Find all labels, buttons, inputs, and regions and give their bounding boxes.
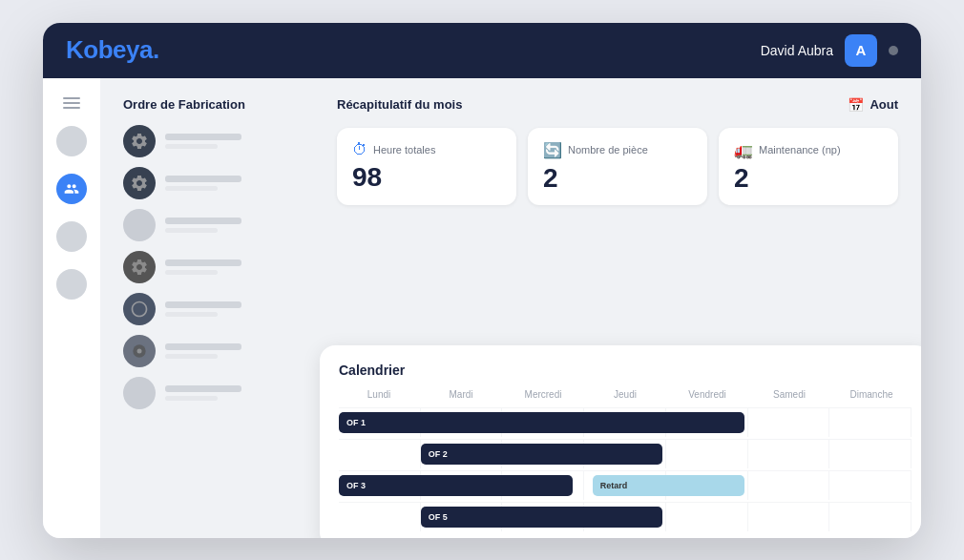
list-item[interactable] [123,125,314,157]
gantt-cell [666,440,748,468]
header-right: David Aubra A [761,34,898,67]
gantt-cell [339,503,421,531]
logo: Kobeya. [66,35,159,65]
of-thumb-4 [123,251,156,283]
list-item[interactable] [123,209,314,241]
of-thumb-1 [123,125,156,157]
list-item[interactable] [123,335,314,367]
heures-value: 98 [352,164,501,191]
svg-point-1 [137,348,142,353]
recap-title: Récapitulatif du mois [337,97,462,112]
gantt-cell [666,503,748,531]
main-content: Ordre de Fabrication [100,78,921,538]
maintenance-icon: 🚛 [734,141,753,159]
sidebar-item-4[interactable] [56,269,87,300]
of-thumb-5 [123,293,156,325]
day-label-dimanche: Dimanche [831,387,912,402]
day-label-vendredi: Vendredi [667,387,747,402]
list-item[interactable] [123,293,314,325]
body: Ordre de Fabrication [43,78,921,538]
sidebar [43,78,100,538]
of-list [123,125,314,409]
pieces-value: 2 [543,165,692,192]
gantt-row: OF 5 [339,502,912,530]
of-bar-retard[interactable]: Retard [593,475,744,496]
month-label: Aout [870,97,898,112]
stat-card-maintenance: 🚛 Maintenance (np) 2 [719,128,898,205]
list-item[interactable] [123,377,314,409]
user-name: David Aubra [761,43,833,58]
day-label-jeudi: Jeudi [585,387,665,402]
gantt-container: OF 1OF 2OF 3RetardOF 5 [339,407,912,530]
pieces-icon: 🔄 [543,141,562,159]
gantt-cell [748,471,830,500]
gantt-row: OF 2 [339,439,912,467]
header: Kobeya. David Aubra A [43,23,921,78]
gantt-cell [829,503,912,531]
header-dot [889,46,898,55]
day-label-mardi: Mardi [421,387,501,402]
gantt-cell [829,408,912,437]
day-label-lundi: Lundi [339,387,419,402]
gantt-cell [829,440,912,468]
disc-icon [130,342,149,361]
month-badge: 📅 Aout [848,97,898,113]
of-thumb-2 [123,167,156,199]
of-bar-of-1[interactable]: OF 1 [339,412,744,433]
maintenance-label: Maintenance (np) [759,144,841,156]
day-label-mercredi: Mercredi [503,387,583,402]
users-icon [64,181,79,197]
gantt-cell [748,408,830,437]
calendar-title: Calendrier [339,363,912,378]
avatar[interactable]: A [845,34,877,67]
gantt-row: OF 1 [339,407,912,436]
gantt-cell [748,440,830,468]
calendar-days-header: Lundi Mardi Mercredi Jeudi Vendredi Same… [339,387,912,402]
list-item[interactable] [123,167,314,199]
of-thumb-7 [123,377,156,409]
sidebar-item-users[interactable] [56,174,87,204]
of-bar-of-3[interactable]: OF 3 [339,475,573,496]
sidebar-item-3[interactable] [56,221,87,252]
gantt-cell [339,440,421,468]
recap-header: Récapitulatif du mois 📅 Aout [337,97,898,113]
sidebar-item-1[interactable] [56,126,87,156]
of-panel: Ordre de Fabrication [123,97,314,519]
sidebar-menu-button[interactable] [63,97,80,109]
gear-icon [130,174,149,193]
of-thumb-6 [123,335,156,367]
gantt-cell [829,471,912,500]
stats-row: ⏱ Heure totales 98 🔄 Nombre de pièce 2 [337,128,898,205]
list-item[interactable] [123,251,314,283]
ring-icon [130,300,149,319]
calendar-card: Calendrier Lundi Mardi Mercredi Jeudi Ve… [320,345,921,538]
gantt-row: OF 3Retard [339,470,912,499]
pieces-label: Nombre de pièce [568,144,648,156]
of-panel-title: Ordre de Fabrication [123,97,314,112]
of-bar-of-5[interactable]: OF 5 [421,507,662,528]
calendar-icon: 📅 [848,97,864,113]
heures-icon: ⏱ [352,141,367,158]
maintenance-value: 2 [734,165,883,192]
stat-card-heures: ⏱ Heure totales 98 [337,128,516,205]
gantt-cell [748,503,830,531]
gear-icon [130,258,149,277]
gear-icon [130,132,149,151]
of-thumb-3 [123,209,156,241]
app-window: Kobeya. David Aubra A [43,23,921,538]
day-label-samedi: Samedi [749,387,829,402]
stat-card-pieces: 🔄 Nombre de pièce 2 [528,128,707,205]
of-bar-of-2[interactable]: OF 2 [421,444,662,465]
heures-label: Heure totales [373,144,435,156]
